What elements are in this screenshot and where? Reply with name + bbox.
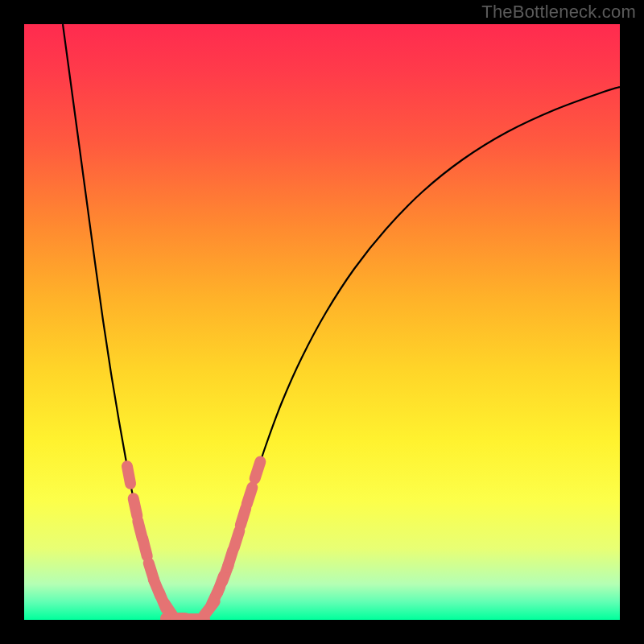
chart-svg (24, 24, 620, 620)
right-curve-path (192, 87, 620, 620)
marker-pill (127, 466, 130, 484)
marker-pill (134, 498, 138, 515)
marker-pill (255, 462, 261, 479)
marker-pill (142, 539, 147, 555)
marker-pill (247, 488, 253, 505)
left-curve-path (63, 24, 192, 620)
marker-pill (241, 508, 246, 525)
watermark-text: TheBottleneck.com (481, 2, 636, 23)
marker-group (127, 462, 260, 620)
marker-pill (234, 531, 240, 548)
chart-frame: TheBottleneck.com (0, 0, 644, 644)
plot-area (24, 24, 620, 620)
